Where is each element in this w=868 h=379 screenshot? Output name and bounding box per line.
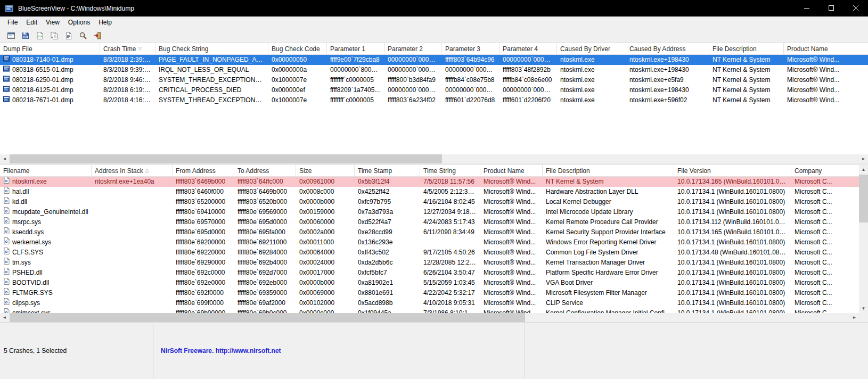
minimize-button[interactable] [795,0,819,17]
close-button[interactable] [844,0,868,17]
cell-dump-file: 080318-6515-01.dmp [0,65,100,75]
column-header-address-in-stack[interactable]: Address In Stack△ [92,165,173,176]
driver-file-icon [3,288,10,298]
lower-hscroll-thumb[interactable] [10,313,525,322]
table-row[interactable]: mcupdate_GenuineIntel.dllfffff80e`694100… [0,207,859,217]
column-header-label: Parameter 4 [503,45,538,53]
column-header-size[interactable]: Size [296,165,355,176]
exit-button[interactable] [91,29,104,42]
column-header-caused-by-driver[interactable]: Caused By Driver [557,43,626,54]
column-header-label: Company [795,167,822,175]
column-header-product-name[interactable]: Product Name [480,165,543,176]
column-header-filename[interactable]: Filename [0,165,92,176]
table-row[interactable]: ksecdd.sysfffff80e`695d0000fffff80e`695f… [0,227,859,237]
nirsoft-link[interactable]: NirSoft Freeware. http://www.nirsoft.net [161,347,281,355]
column-header-caused-by-address[interactable]: Caused By Address [626,43,709,54]
window-title: BlueScreenView - C:\Windows\Minidump [18,5,134,12]
cell-time-stamp: 0x5acd898b [355,298,420,308]
cell-text: 080218-7671-01.dmp [12,95,73,105]
table-row[interactable]: clipsp.sysfffff80e`699f0000fffff80e`69af… [0,298,859,308]
table-row[interactable]: cmimcext.sysfffff80e`69b00000fffff80e`69… [0,308,859,313]
cell-parameter-1: ffffffff`c0000005 [327,95,384,105]
copy-button[interactable] [47,29,61,42]
column-header-parameter-4[interactable]: Parameter 4 [499,43,557,54]
table-row[interactable]: 080218-7671-01.dmp8/2/2018 4:16:40 PMSYS… [0,95,868,105]
menu-edit[interactable]: Edit [22,17,42,28]
table-row[interactable]: hal.dllfffff803`6460f000fffff803`6469b00… [0,187,859,197]
table-row[interactable]: ntoskrnl.exentoskrnl.exe+1ea40afffff803`… [0,177,859,187]
scroll-up-arrow-icon[interactable] [859,165,868,174]
column-header-product-name[interactable]: Product Name [784,43,868,54]
column-header-parameter-2[interactable]: Parameter 2 [384,43,442,54]
title-bar: BlueScreenView - C:\Windows\Minidump [0,0,868,17]
column-header-to-address[interactable]: To Address [234,165,296,176]
column-header-label: File Version [677,167,711,175]
column-header-dump-file[interactable]: Dump File [0,43,100,54]
advanced-options-button[interactable] [4,29,18,42]
scroll-right-arrow-icon[interactable] [850,313,859,322]
column-header-crash-time[interactable]: Crash Time▽ [100,43,155,54]
scroll-left-arrow-icon[interactable] [0,154,9,163]
cell-from-address: fffff803`65200000 [173,197,234,207]
cell-parameter-1: ffff8209`1a740580 [327,85,384,95]
table-row[interactable]: FLTMGR.SYSfffff80e`692f0000fffff80e`6935… [0,288,859,298]
column-header-from-address[interactable]: From Address [173,165,234,176]
cell-dump-file: 080218-7671-01.dmp [0,95,100,105]
cell-text: CLFS.SYS [12,248,43,258]
properties-button[interactable] [62,29,75,42]
menu-view[interactable]: View [42,17,64,28]
lower-vertical-scrollbar[interactable] [859,165,868,313]
table-row[interactable]: msrpc.sysfffff80e`69570000fffff80e`695d0… [0,217,859,227]
column-header-label: Product Name [484,167,525,175]
cell-parameter-3: 00000000`00000000 [442,65,499,75]
menu-options[interactable]: Options [64,17,94,28]
table-row[interactable]: 080218-6250-01.dmp8/2/2018 9:46:09 PMSYS… [0,75,868,85]
column-header-parameter-1[interactable]: Parameter 1 [327,43,384,54]
cell-filename: werkernel.sys [0,237,92,248]
table-row[interactable]: CLFS.SYSfffff80e`69220000fffff80e`692840… [0,248,859,258]
upper-horizontal-scrollbar[interactable] [0,154,868,163]
table-row[interactable]: PSHED.dllfffff80e`692c0000fffff80e`692d7… [0,268,859,278]
table-row[interactable]: tm.sysfffff80e`69290000fffff80e`692b4000… [0,258,859,268]
dump-file-icon [3,95,10,105]
lower-vscroll-thumb[interactable] [859,175,868,223]
menu-help[interactable]: Help [94,17,116,28]
driver-file-icon [3,268,10,278]
column-header-file-version[interactable]: File Version [674,165,791,176]
menu-file[interactable]: File [3,17,22,28]
column-header-file-description[interactable]: File Description [543,165,674,176]
column-header-parameter-3[interactable]: Parameter 3 [442,43,499,54]
table-row[interactable]: 080318-6515-01.dmp8/3/2018 9:39:00 AMIRQ… [0,65,868,75]
scroll-down-arrow-icon[interactable] [859,304,868,313]
cell-product-name: Microsoft® Wind... [784,75,868,85]
find-button[interactable] [76,29,89,42]
table-row[interactable]: 080218-6125-01.dmp8/2/2018 6:19:00 PMCRI… [0,85,868,95]
column-header-file-description[interactable]: File Description [709,43,784,54]
status-segment-nirsoft: NirSoft Freeware. http://www.nirsoft.net [153,323,525,379]
maximize-button[interactable] [819,0,844,17]
app-icon[interactable] [5,4,13,13]
cell-filename: msrpc.sys [0,217,92,227]
cell-from-address: fffff80e`692e0000 [173,278,234,288]
cell-time-stamp: 0xa81902e1 [355,278,420,288]
column-header-bug-check-code[interactable]: Bug Check Code [268,43,327,54]
cell-company: Microsoft C... [791,308,859,313]
cell-size: 0x00159000 [296,207,355,217]
cell-bug-check-code: 0x0000000a [268,65,327,75]
table-row[interactable]: BOOTVID.dllfffff80e`692e0000fffff80e`692… [0,278,859,288]
cell-parameter-1: ffff9e00`7f29cba8 [327,55,384,65]
table-row[interactable]: werkernel.sysfffff80e`69200000fffff80e`6… [0,237,859,248]
table-row[interactable]: kd.dllfffff803`65200000fffff803`6520b000… [0,197,859,207]
column-header-company[interactable]: Company [791,165,859,176]
upper-hscroll-thumb[interactable] [10,154,442,163]
table-row[interactable]: 080318-7140-01.dmp8/3/2018 2:39:16 PMPAG… [0,55,868,65]
save-button[interactable] [19,29,32,42]
scroll-left-arrow-icon[interactable] [0,313,9,322]
cell-to-address: fffff80e`69b0c000 [234,308,296,313]
scroll-right-arrow-icon[interactable] [859,154,868,163]
html-report-button[interactable]: <> [33,29,46,42]
column-header-time-stamp[interactable]: Time Stamp [355,165,420,176]
column-header-bug-check-string[interactable]: Bug Check String [155,43,268,54]
column-header-time-string[interactable]: Time String [420,165,480,176]
lower-horizontal-scrollbar[interactable] [0,313,859,322]
